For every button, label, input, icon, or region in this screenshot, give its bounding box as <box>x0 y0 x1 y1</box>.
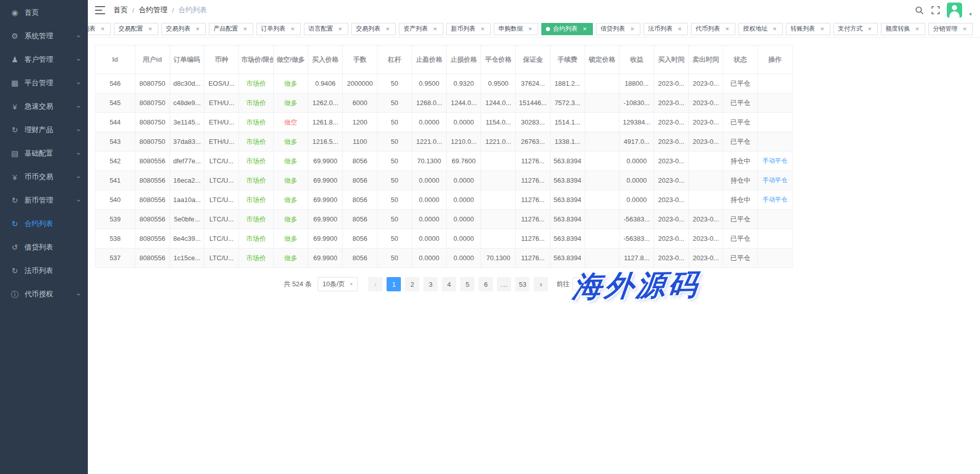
tab-订单列表[interactable]: 订单列表× <box>256 23 301 35</box>
close-icon[interactable]: × <box>676 26 683 33</box>
tab-新币列表[interactable]: 新币列表× <box>446 23 491 35</box>
tab-代币列表[interactable]: 代币列表× <box>691 23 735 35</box>
cell-Id: 540 <box>95 190 135 210</box>
tab-分销管理[interactable]: 分销管理× <box>928 23 973 35</box>
sidebar-item-基础配置[interactable]: ▤基础配置› <box>0 142 88 165</box>
cell-币种: LTC/U... <box>204 248 239 268</box>
close-icon[interactable]: × <box>194 26 201 33</box>
manual-close-link[interactable]: 手动平仓 <box>763 157 787 164</box>
sidebar-item-平台管理[interactable]: ▦平台管理› <box>0 71 88 95</box>
pager-page-5[interactable]: 5 <box>460 277 474 291</box>
tab-支付方式[interactable]: 支付方式× <box>833 23 878 35</box>
cell-币种: LTC/U... <box>204 171 239 190</box>
goto-page-input[interactable] <box>572 278 594 291</box>
sidebar-item-急速交易[interactable]: ¥急速交易› <box>0 95 88 118</box>
sidebar-item-币币交易[interactable]: ¥币币交易› <box>0 165 88 189</box>
cell-状态: 持仓中 <box>723 190 758 210</box>
pager-page-2[interactable]: 2 <box>405 277 419 291</box>
chevron-down-icon[interactable]: ▼ <box>968 12 973 17</box>
cell-Id: 543 <box>95 132 135 152</box>
user-icon: ♟ <box>10 55 19 64</box>
close-icon[interactable]: × <box>961 26 968 33</box>
breadcrumb-item-home[interactable]: 首页 <box>113 6 128 15</box>
pager-page-3[interactable]: 3 <box>423 277 438 291</box>
close-icon[interactable]: × <box>724 26 731 33</box>
tab-额度转换[interactable]: 额度转换× <box>881 23 925 35</box>
close-icon[interactable]: × <box>771 26 778 33</box>
cell-市场价/限价: 市场价 <box>239 210 274 229</box>
manual-close-link[interactable]: 手动平仓 <box>763 196 787 203</box>
cell-锁定价格 <box>585 210 619 229</box>
avatar[interactable] <box>947 3 962 18</box>
column-header-买入价格: 买入价格 <box>308 45 343 74</box>
tab-转账列表[interactable]: 转账列表× <box>786 23 830 35</box>
tab-交易列表[interactable]: 交易列表× <box>351 23 396 35</box>
contracts-table: Id用户id订单编码币种市场价/限价做空/做多买入价格手数杠杆止盈价格止损价格平… <box>95 45 793 268</box>
column-header-止损价格: 止损价格 <box>446 45 481 74</box>
cell-卖出时间 <box>688 190 723 210</box>
tab-资产列表[interactable]: 资产列表× <box>399 23 443 35</box>
tab-产品配置[interactable]: 产品配置× <box>209 23 253 35</box>
pager-page-6[interactable]: 6 <box>479 277 493 291</box>
close-icon[interactable]: × <box>147 26 154 33</box>
hamburger-icon[interactable] <box>95 6 105 14</box>
cell-币种: ETH/U... <box>204 132 239 152</box>
pager-page-53[interactable]: 53 <box>515 277 530 291</box>
sidebar-item-首页[interactable]: ◉首页 <box>0 1 88 24</box>
close-icon[interactable]: × <box>914 26 921 33</box>
tab-借贷列表[interactable]: 借贷列表× <box>596 23 640 35</box>
cell-Id: 544 <box>95 113 135 132</box>
pager-page-4[interactable]: 4 <box>442 277 456 291</box>
pager-next-button[interactable]: › <box>534 277 548 291</box>
close-icon[interactable]: × <box>866 26 873 33</box>
close-icon[interactable]: × <box>242 26 249 33</box>
sidebar-item-法币列表[interactable]: ↻法币列表 <box>0 259 88 283</box>
content: Id用户id订单编码币种市场价/限价做空/做多买入价格手数杠杆止盈价格止损价格平… <box>88 38 980 474</box>
cell-手续费: 563.8394 <box>550 171 585 190</box>
tab-法币列表[interactable]: 法币列表× <box>643 23 688 35</box>
close-icon[interactable]: × <box>527 26 534 33</box>
sidebar-item-系统管理[interactable]: ⚙系统管理› <box>0 24 88 48</box>
cell-止损价格: 0.9320 <box>446 74 481 93</box>
close-icon[interactable]: × <box>479 26 486 33</box>
cell-卖出时间: 2023-0... <box>688 113 723 132</box>
close-icon[interactable]: × <box>432 26 439 33</box>
sidebar-item-理财产品[interactable]: ↻理财产品› <box>0 118 88 142</box>
close-icon[interactable]: × <box>384 26 391 33</box>
tab-语言配置[interactable]: 语言配置× <box>304 23 348 35</box>
tab-申购数据[interactable]: 申购数据× <box>494 23 538 35</box>
close-icon[interactable]: × <box>99 26 106 33</box>
sidebar-item-借贷列表[interactable]: ↺借贷列表 <box>0 236 88 259</box>
pager-more-button[interactable]: ... <box>497 277 511 291</box>
cell-止盈价格: 70.1300 <box>412 152 446 171</box>
close-icon[interactable]: × <box>581 26 588 33</box>
tab-授权地址[interactable]: 授权地址× <box>738 23 783 35</box>
cell-卖出时间: 2023-0... <box>688 132 723 152</box>
manual-close-link[interactable]: 手动平仓 <box>763 177 787 184</box>
close-icon[interactable]: × <box>337 26 344 33</box>
cell-保证金: 37624... <box>516 74 551 93</box>
close-icon[interactable]: × <box>629 26 636 33</box>
cell-用户id: 8080750 <box>135 93 170 113</box>
cell-Id: 539 <box>95 210 135 229</box>
tab-交易配置[interactable]: 交易配置× <box>114 23 158 35</box>
tab-合约列表[interactable]: 合约列表× <box>541 23 593 35</box>
pager-page-1[interactable]: 1 <box>387 277 401 291</box>
search-icon[interactable] <box>914 5 924 15</box>
page-size-select[interactable]: 10条/页 ▼ <box>318 277 358 291</box>
sidebar-item-客户管理[interactable]: ♟客户管理› <box>0 48 88 71</box>
cell-杠杆: 50 <box>377 248 412 268</box>
sidebar-item-代币授权[interactable]: ⓘ代币授权› <box>0 283 88 306</box>
sidebar-item-合约列表[interactable]: ↻合约列表 <box>0 212 88 236</box>
breadcrumb-separator: / <box>172 7 174 14</box>
cell-卖出时间: 2023-0... <box>688 229 723 248</box>
close-icon[interactable]: × <box>819 26 826 33</box>
pager-prev-button[interactable]: ‹ <box>368 277 383 291</box>
breadcrumb-item-contract-mgmt[interactable]: 合约管理 <box>139 6 168 15</box>
sidebar-item-新币管理[interactable]: ↻新币管理› <box>0 189 88 212</box>
tab-交易列表[interactable]: 交易列表× <box>161 23 206 35</box>
tab-列表[interactable]: 列表× <box>88 23 111 35</box>
close-icon[interactable]: × <box>289 26 296 33</box>
fullscreen-icon[interactable] <box>930 5 941 15</box>
cell-平仓价格 <box>481 210 516 229</box>
